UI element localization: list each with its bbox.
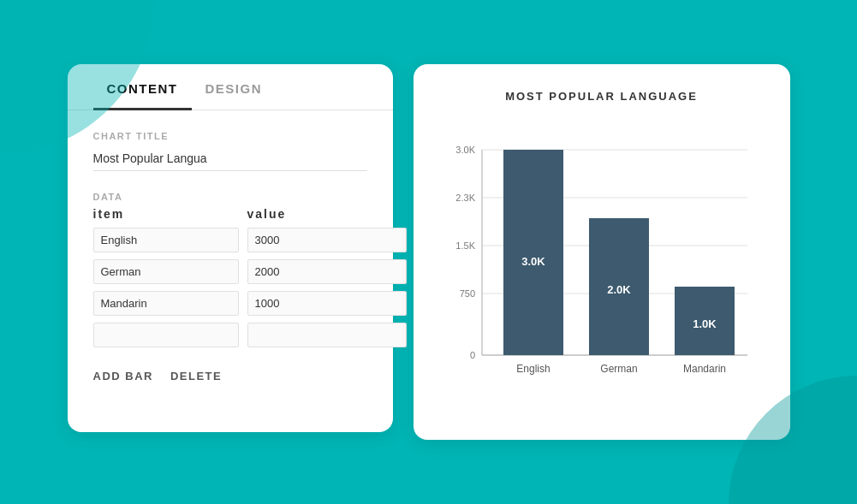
tabs: CONTENT DESIGN bbox=[68, 64, 393, 110]
bar-english bbox=[503, 150, 563, 355]
bar-german-label: 2.0K bbox=[607, 283, 631, 296]
bar-english-label: 3.0K bbox=[521, 255, 545, 268]
svg-text:1.5K: 1.5K bbox=[455, 240, 475, 251]
row-value-input-2[interactable] bbox=[247, 291, 407, 316]
chart-title-label: CHART TITLE bbox=[93, 131, 367, 141]
bar-chart-svg: 3.0K 2.3K 1.5K 750 0 3.0K 2.0K 1.0K bbox=[439, 120, 765, 411]
bar-mandarin-label: 1.0K bbox=[693, 317, 717, 330]
svg-text:750: 750 bbox=[459, 288, 474, 299]
data-section: DATA item value bbox=[93, 192, 367, 347]
tab-content[interactable]: CONTENT bbox=[93, 64, 192, 110]
x-label-german: German bbox=[600, 363, 637, 375]
row-item-input-3[interactable] bbox=[93, 323, 239, 347]
main-container: CONTENT DESIGN CHART TITLE DATA item val… bbox=[68, 64, 790, 440]
col-item-header: item bbox=[93, 207, 239, 221]
svg-text:2.3K: 2.3K bbox=[455, 193, 475, 203]
tab-design[interactable]: DESIGN bbox=[192, 64, 277, 110]
row-item-input-2[interactable] bbox=[93, 291, 239, 316]
chart-area: 3.0K 2.3K 1.5K 750 0 3.0K 2.0K 1.0K bbox=[439, 120, 765, 414]
table-row bbox=[93, 323, 367, 347]
row-value-input-0[interactable] bbox=[247, 228, 407, 252]
svg-text:3.0K: 3.0K bbox=[455, 145, 475, 155]
table-row bbox=[93, 259, 367, 284]
x-label-mandarin: Mandarin bbox=[682, 363, 725, 375]
chart-title-display: MOST POPULAR LANGUAGE bbox=[505, 90, 698, 103]
table-row bbox=[93, 228, 367, 252]
x-label-english: English bbox=[516, 363, 550, 375]
data-section-label: DATA bbox=[93, 192, 367, 202]
left-panel: CONTENT DESIGN CHART TITLE DATA item val… bbox=[68, 64, 393, 432]
table-row bbox=[93, 291, 367, 316]
data-table-header: item value bbox=[93, 207, 367, 221]
row-value-input-1[interactable] bbox=[247, 259, 407, 284]
right-panel: MOST POPULAR LANGUAGE 3.0K 2.3K 1.5K 750… bbox=[414, 64, 790, 440]
chart-title-input[interactable] bbox=[93, 146, 367, 171]
add-bar-button[interactable]: ADD BAR bbox=[93, 365, 153, 388]
delete-button[interactable]: DELETE bbox=[170, 365, 222, 388]
action-buttons: ADD BAR DELETE bbox=[68, 365, 393, 388]
row-item-input-0[interactable] bbox=[93, 228, 239, 252]
svg-text:0: 0 bbox=[469, 350, 474, 360]
row-item-input-1[interactable] bbox=[93, 259, 239, 284]
col-value-header: value bbox=[247, 207, 367, 221]
row-value-input-3[interactable] bbox=[247, 323, 407, 347]
data-rows-container bbox=[93, 228, 367, 347]
panel-content: CHART TITLE DATA item value bbox=[68, 131, 393, 347]
